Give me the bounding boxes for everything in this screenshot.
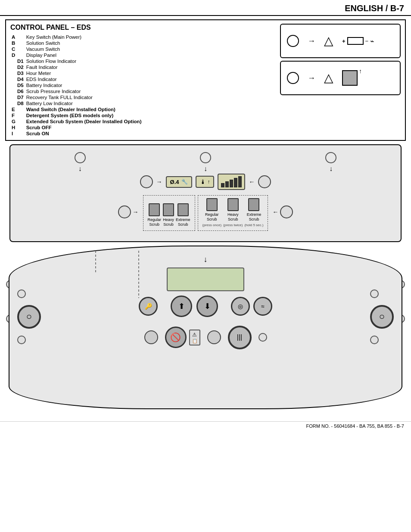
scrub-btn-1[interactable] — [149, 203, 160, 216]
left-ctrl-circle — [140, 175, 153, 188]
bar-4 — [234, 178, 237, 187]
page-header: ENGLISH / B-7 — [0, 0, 411, 16]
bar-2 — [225, 181, 229, 187]
list-item: D7Recovery Tank FULL Indicator — [10, 94, 143, 100]
list-item: AKey Switch (Main Power) — [10, 34, 143, 40]
bottom-dial-icon: ||| — [237, 333, 242, 341]
display-diagram-wrapper: ↓ ↓ ↓ → Ø.4 🔧 🌡 ↑ — [9, 144, 402, 242]
diagram-box-top: → △ + − ⌁ — [280, 24, 401, 58]
bottom-circle-2 — [207, 330, 221, 344]
scrub-label-2: HeavyScrub — [163, 218, 174, 227]
arrow-icon: → — [308, 37, 315, 46]
scrub-label-6: ExtremeScrub — [247, 212, 262, 222]
water-indicator: 🌡 ↑ — [196, 176, 214, 188]
bottom-dial[interactable]: ||| — [228, 326, 252, 349]
right-arrow-icon: → — [156, 178, 162, 185]
list-item: D2Fault Indicator — [10, 64, 143, 70]
switch-vacuum[interactable]: ◎ — [231, 297, 250, 316]
list-item: EWand Switch (Dealer Installed Option) — [10, 106, 143, 112]
key-icon: 🔑 — [145, 303, 152, 310]
scrub-label-1: RegularScrub — [148, 218, 162, 227]
machine-body: ↓ 🔑 — [9, 246, 402, 409]
scrub-section-right: RegularScrub (press once) HeavyScrub (pr… — [198, 195, 268, 231]
panel-circle-top — [287, 35, 299, 47]
tank-icon: ↑ — [342, 70, 358, 86]
scrub-btn-6[interactable] — [248, 198, 259, 211]
top-circle-3 — [325, 152, 336, 163]
thermometer-icon: 🌡 — [200, 178, 206, 185]
battery-bar-display — [218, 174, 245, 190]
scrub-right-circle — [280, 205, 293, 218]
top-circle-2 — [200, 152, 211, 163]
wrench-icon: 🔧 — [181, 179, 188, 185]
list-item: D1Solution Flow Indicator — [10, 58, 143, 64]
scrub-label-3: ExtremeScrub — [176, 218, 190, 227]
solution-icon: ≈ — [261, 303, 265, 310]
left-dial[interactable]: ○ — [17, 305, 41, 329]
scrub-btn-2[interactable] — [163, 203, 174, 216]
no-symbol-icon: 🚫 — [170, 332, 181, 342]
scrub-btn-3[interactable] — [177, 203, 189, 216]
scrub-label-4: RegularScrub — [205, 212, 219, 222]
plus-icon: + — [342, 38, 346, 44]
right-dial-icon: ○ — [379, 311, 385, 322]
scrub-sublabel-6: (hold 5 sec.) — [244, 223, 263, 227]
inner-right-circle-1 — [370, 289, 379, 298]
warning-icon: ⚠ — [192, 332, 197, 338]
triangle-icon-2: △ — [324, 72, 333, 84]
vacuum-icon: ◎ — [238, 303, 243, 310]
scrub-section-left: RegularScrub HeavyScrub ExtremeScrub — [143, 195, 195, 231]
list-item: FDetergent System (EDS models only) — [10, 112, 143, 118]
arrow-icon-2: → — [308, 74, 315, 83]
scrub-btn-4[interactable] — [206, 198, 218, 211]
main-display-screen — [167, 268, 244, 291]
panel-title: CONTROL PANEL – EDS — [10, 24, 276, 31]
list-item: D4EDS Indicator — [10, 76, 143, 82]
bar-3 — [230, 180, 233, 187]
triangle-icon: △ — [324, 35, 333, 47]
right-dial[interactable]: ○ — [370, 305, 394, 329]
panel-list: CONTROL PANEL – EDS AKey Switch (Main Po… — [10, 24, 276, 137]
scrub-label-5: HeavyScrub — [227, 212, 239, 222]
scrub-off-btn[interactable]: ⬆ — [171, 296, 192, 317]
down-arrow-icon-2: ↓ — [204, 165, 207, 173]
main-down-arrow: ↓ — [204, 255, 208, 264]
inner-right-circle-2 — [370, 336, 379, 344]
list-item: D8Battery Low Indicator — [10, 100, 143, 106]
plug-icon: ⌁ — [370, 37, 374, 45]
control-panel-box: CONTROL PANEL – EDS AKey Switch (Main Po… — [5, 19, 406, 141]
diagram-box-bottom: → △ ↑ — [280, 61, 401, 95]
switch-A[interactable]: 🔑 — [139, 297, 158, 316]
battery-icon — [347, 37, 364, 45]
scrub-sublabel-5: (press twice) — [223, 223, 243, 227]
scrub-left-circle — [118, 205, 131, 218]
water-up-icon: ↑ — [207, 179, 210, 185]
switch-solution[interactable]: ≈ — [253, 297, 272, 316]
up-arrow-icon: ↑ — [359, 68, 362, 75]
right-arrow-icon-2: ← — [249, 178, 255, 185]
list-item: CVacuum Switch — [10, 46, 143, 52]
scrub-off-icon: ⬆ — [178, 302, 185, 311]
left-arrow-icon: ← — [272, 208, 278, 215]
list-item: D3Hour Meter — [10, 70, 143, 76]
bar-5 — [238, 176, 242, 187]
warning-label: ⚠ 📋 — [189, 330, 200, 345]
minus-icon: − — [365, 38, 369, 44]
list-item: BSolution Switch — [10, 40, 143, 46]
inner-left-circle-2 — [17, 336, 26, 344]
dial-icon: ○ — [26, 311, 32, 322]
bottom-right-circle — [258, 333, 267, 342]
list-item: IScrub ON — [10, 131, 143, 137]
down-arrow-icon-3: ↓ — [329, 165, 333, 173]
bar-1 — [221, 183, 224, 187]
scrub-on-btn[interactable]: ⬇ — [196, 296, 218, 317]
list-item: D5Battery Indicator — [10, 82, 143, 88]
panel-circle-bottom — [287, 72, 299, 84]
scrub-sublabel-4: (press once) — [202, 223, 221, 227]
display-value: Ø.4 — [170, 179, 179, 185]
scrub-on-icon: ⬇ — [204, 302, 211, 311]
right-ctrl-circle — [258, 175, 271, 188]
bottom-circle-1 — [144, 330, 158, 344]
inner-left-circle-1 — [17, 289, 26, 298]
scrub-btn-5[interactable] — [227, 198, 239, 211]
